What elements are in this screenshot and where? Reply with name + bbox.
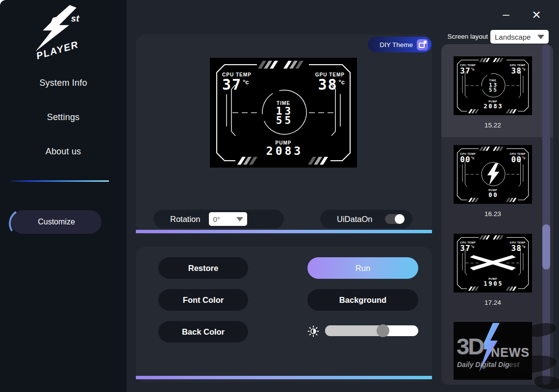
theme-thumbnail-view: CPU TEMP 37°c GPU TEMP 38°c PUMP 1905 — [454, 234, 532, 293]
watermark-grunge — [534, 375, 559, 391]
brand-player-text: PLAYER — [35, 39, 79, 61]
chevron-down-icon — [537, 35, 544, 39]
cpu-temp-value: 37 — [460, 244, 470, 253]
x-mark-logo — [469, 255, 516, 271]
time-minutes: 55 — [454, 87, 532, 92]
theme-thumbnail-1623[interactable]: CPU TEMP 00°c GPU TEMP 00°c PUMP 00 — [454, 145, 532, 218]
rotation-value: 0° — [213, 215, 220, 223]
cpu-temp-value: 00 — [460, 155, 470, 164]
gpu-temp-value: 38 — [511, 66, 522, 75]
cpu-temp-value: 37 — [460, 66, 470, 75]
theme-thumbnail-view: CPU TEMP 00°c GPU TEMP 00°c PUMP 00 — [454, 145, 532, 204]
pump-value: 2083 — [210, 146, 357, 156]
cpu-temp-unit: °c — [471, 245, 475, 248]
brand-logo: st PLAYER — [25, 3, 89, 62]
restore-button[interactable]: Restore — [158, 257, 248, 279]
gpu-temp-block: GPU TEMP 38°c — [315, 72, 345, 92]
uidata-toggle-knob — [395, 214, 405, 224]
brightness-slider[interactable] — [325, 325, 418, 336]
theme-caption: 17.24 — [454, 299, 532, 306]
cpu-temp-unit: °c — [471, 156, 475, 160]
sidebar-item-system-info[interactable]: System Info — [0, 78, 127, 88]
rotation-label: Rotation — [170, 215, 200, 224]
actions-panel: Restore Font Color Back Color Run Backgr… — [136, 246, 432, 382]
gpu-temp-value: 38 — [511, 244, 522, 253]
uidata-control: UiDataOn — [320, 210, 412, 228]
watermark-3d-text: 3D — [457, 333, 483, 360]
diy-theme-icon — [417, 39, 428, 50]
theme-caption: 15.22 — [454, 122, 532, 129]
cpu-temp-value: 37 — [222, 76, 242, 93]
theme-thumbnail-view: CPU TEMP 37°c GPU TEMP 38°c TIME 13 55 — [454, 56, 532, 115]
cpu-temp-unit: °c — [471, 67, 475, 71]
app-window: st PLAYER System Info Settings About us … — [0, 0, 559, 392]
gpu-temp-unit: °c — [522, 67, 526, 71]
time-minutes: 55 — [210, 116, 357, 125]
brand-st-text: st — [71, 13, 79, 24]
theme-thumbnail-1724[interactable]: CPU TEMP 37°c GPU TEMP 38°c PUMP 1905 — [454, 234, 532, 306]
back-color-button[interactable]: Back Color — [158, 321, 248, 343]
close-button[interactable]: × — [529, 6, 544, 24]
screen-layout-dropdown[interactable]: Landscape — [490, 30, 549, 44]
uidata-toggle[interactable] — [385, 214, 405, 224]
theme-thumbnail-1522[interactable]: CPU TEMP 37°c GPU TEMP 38°c TIME 13 55 — [454, 56, 532, 129]
screen-layout-value: Landscape — [495, 33, 531, 41]
pump-block: PUMP 2083 — [210, 140, 357, 156]
pump-value: 2083 — [454, 103, 532, 109]
uidata-label: UiDataOn — [337, 215, 372, 224]
gradient-divider — [136, 230, 432, 233]
sidebar-item-settings[interactable]: Settings — [0, 112, 127, 122]
theme-caption: 16.23 — [454, 210, 532, 218]
rotation-dropdown[interactable]: 0° — [209, 212, 247, 226]
gpu-temp-unit: °c — [522, 245, 526, 248]
run-button[interactable]: Run — [307, 257, 418, 279]
gpu-temp-value: 38 — [318, 76, 337, 93]
brightness-knob[interactable] — [377, 324, 389, 337]
brightness-icon — [307, 325, 319, 337]
font-color-button[interactable]: Font Color — [158, 289, 248, 311]
brightness-fill — [325, 325, 383, 336]
gradient-divider — [136, 376, 432, 379]
gpu-temp-value: 00 — [511, 155, 522, 164]
scrollbar-thumb[interactable] — [542, 224, 550, 270]
diy-theme-label: DIY Theme — [380, 41, 413, 49]
sidebar-item-about-us[interactable]: About us — [0, 147, 127, 157]
gpu-temp-unit: °c — [522, 156, 526, 160]
cpu-temp-unit: °c — [243, 78, 249, 86]
background-button[interactable]: Background — [307, 289, 418, 311]
minimize-button[interactable]: – — [498, 8, 514, 24]
lcd-preview: CPU TEMP 37°c GPU TEMP 38°c TIME 13 55 P… — [210, 58, 357, 168]
chevron-down-icon — [236, 217, 243, 221]
screen-layout-label: Screen layout — [432, 33, 488, 40]
sidebar-divider — [11, 180, 109, 182]
preview-panel: DIY Theme CPU TEMP 37°c GPU TEMP 38°c TI — [136, 34, 432, 234]
pump-value: 00 — [454, 192, 532, 197]
time-block: TIME 13 55 — [210, 100, 357, 125]
gpu-temp-unit: °c — [339, 78, 345, 86]
diy-theme-button[interactable]: DIY Theme — [368, 37, 432, 52]
rotation-control: Rotation 0° — [153, 210, 284, 228]
pump-value: 1905 — [454, 280, 532, 286]
brand-bolt-logo — [479, 160, 508, 189]
customize-button[interactable]: Customize — [11, 210, 102, 234]
sidebar: st PLAYER System Info Settings About us … — [0, 0, 127, 392]
cpu-temp-block: CPU TEMP 37°c — [222, 72, 252, 92]
